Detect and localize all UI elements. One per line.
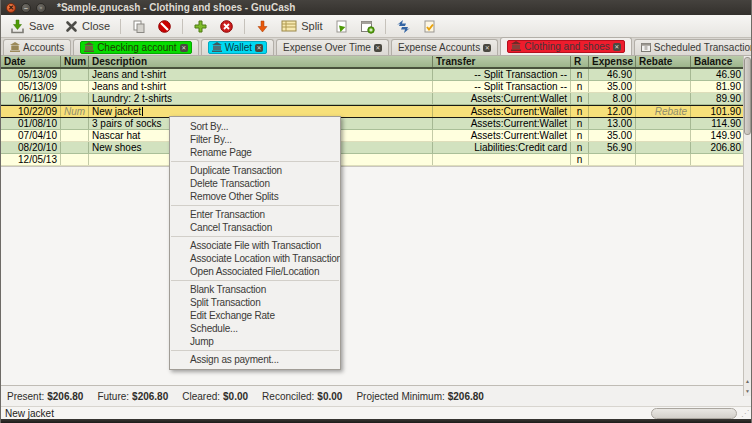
- cell-date[interactable]: 01/08/10: [1, 118, 61, 129]
- enter-button[interactable]: [188, 16, 213, 36]
- menu-item-blank-transaction[interactable]: Blank Transaction: [170, 283, 340, 296]
- menu-item-edit-exchange-rate[interactable]: Edit Exchange Rate: [170, 309, 340, 322]
- cell-num[interactable]: [61, 69, 89, 80]
- cell-balance[interactable]: 101.90: [691, 106, 745, 117]
- resize-grip[interactable]: ⋰: [741, 410, 749, 418]
- cell-date[interactable]: 07/04/10: [1, 130, 61, 141]
- cancel-button[interactable]: [214, 16, 239, 36]
- cell-num[interactable]: [61, 130, 89, 141]
- cell-description[interactable]: Jeans and t-shirt: [89, 69, 433, 80]
- cell-reconciled[interactable]: n: [571, 130, 589, 141]
- cell-rebate[interactable]: [636, 154, 691, 165]
- column-header-num[interactable]: Num: [61, 56, 89, 67]
- cell-balance[interactable]: [691, 154, 745, 165]
- menu-item-rename-page[interactable]: Rename Page: [170, 146, 340, 159]
- cell-expense[interactable]: 12.00: [589, 106, 636, 117]
- transaction-row-selected[interactable]: 10/22/09 Num New jacket Assets:Current:W…: [1, 105, 745, 118]
- cell-rebate[interactable]: [636, 81, 691, 92]
- column-header-r[interactable]: R: [571, 56, 589, 67]
- cell-balance[interactable]: 206.80: [691, 142, 745, 153]
- jump-button[interactable]: [329, 16, 354, 36]
- cell-transfer[interactable]: [433, 154, 571, 165]
- menu-item-jump[interactable]: Jump: [170, 335, 340, 348]
- tab-expense-accounts[interactable]: Expense Accounts ✕: [391, 39, 498, 55]
- tab-close-icon[interactable]: ✕: [613, 43, 621, 51]
- window-close-button[interactable]: ✕: [6, 3, 16, 13]
- blank-transaction-button[interactable]: [250, 16, 275, 36]
- cell-balance[interactable]: 114.90: [691, 118, 745, 129]
- cell-expense[interactable]: 56.90: [589, 142, 636, 153]
- cell-balance[interactable]: 46.90: [691, 69, 745, 80]
- scroll-up-icon[interactable]: ▲: [744, 377, 751, 386]
- tab-wallet[interactable]: Wallet ✕: [201, 39, 274, 55]
- cell-date[interactable]: 12/05/13: [1, 154, 61, 165]
- cell-transfer[interactable]: Assets:Current:Wallet: [433, 118, 571, 129]
- tab-scheduled-transactions[interactable]: Scheduled Transactions ✕: [634, 39, 752, 55]
- scrollbar-thumb[interactable]: [744, 57, 751, 135]
- menu-item-delete-transaction[interactable]: Delete Transaction: [170, 177, 340, 190]
- cell-date[interactable]: 08/20/10: [1, 142, 61, 153]
- transaction-row[interactable]: 08/20/10 New shoes Liabilities:Credit ca…: [1, 142, 745, 154]
- cell-reconciled[interactable]: n: [571, 69, 589, 80]
- cell-num[interactable]: [61, 81, 89, 92]
- menu-item-duplicate-transaction[interactable]: Duplicate Transaction: [170, 164, 340, 177]
- cell-rebate[interactable]: [636, 118, 691, 129]
- cell-num[interactable]: [61, 142, 89, 153]
- cell-date[interactable]: 06/11/09: [1, 93, 61, 104]
- cell-balance[interactable]: 81.90: [691, 81, 745, 92]
- tab-expense-over-time[interactable]: Expense Over Time ✕: [276, 39, 389, 55]
- transaction-row[interactable]: 07/04/10 Nascar hat Assets:Current:Walle…: [1, 130, 745, 142]
- cell-expense[interactable]: 13.00: [589, 118, 636, 129]
- split-button[interactable]: Split: [276, 16, 327, 36]
- transfer-button[interactable]: [391, 16, 416, 36]
- column-header-transfer[interactable]: Transfer: [433, 56, 571, 67]
- transaction-row[interactable]: 01/08/10 3 pairs of socks Assets:Current…: [1, 118, 745, 130]
- menu-item-assign-as-payment[interactable]: Assign as payment...: [170, 353, 340, 366]
- menu-item-sort-by[interactable]: Sort By...: [170, 120, 340, 133]
- tab-close-icon[interactable]: ✕: [180, 44, 188, 52]
- column-header-description[interactable]: Description: [89, 56, 433, 67]
- cell-num-placeholder[interactable]: Num: [61, 106, 89, 117]
- column-header-rebate[interactable]: Rebate: [636, 56, 691, 67]
- window-minimize-button[interactable]: –: [21, 3, 31, 13]
- cell-num[interactable]: [61, 118, 89, 129]
- cell-reconciled[interactable]: n: [571, 93, 589, 104]
- tab-checking-account[interactable]: Checking account ✕: [73, 39, 199, 55]
- cell-transfer[interactable]: Assets:Current:Wallet: [433, 106, 571, 117]
- menu-item-open-associated[interactable]: Open Associated File/Location: [170, 265, 340, 278]
- window-maximize-button[interactable]: ▫: [36, 3, 46, 13]
- menu-item-associate-file[interactable]: Associate File with Transaction: [170, 239, 340, 252]
- cell-expense[interactable]: 8.00: [589, 93, 636, 104]
- menu-item-split-transaction[interactable]: Split Transaction: [170, 296, 340, 309]
- menu-item-filter-by[interactable]: Filter By...: [170, 133, 340, 146]
- cell-expense[interactable]: [589, 154, 636, 165]
- transaction-row[interactable]: 06/11/09 Laundry: 2 t-shirts Assets:Curr…: [1, 93, 745, 105]
- transaction-row[interactable]: 12/05/13 n: [1, 154, 745, 166]
- transaction-row[interactable]: 05/13/09 Jeans and t-shirt -- Split Tran…: [1, 81, 745, 93]
- cell-description[interactable]: Laundry: 2 t-shirts: [89, 93, 433, 104]
- menu-item-remove-other-splits[interactable]: Remove Other Splits: [170, 190, 340, 203]
- cell-expense[interactable]: 46.90: [589, 69, 636, 80]
- menu-item-associate-location[interactable]: Associate Location with Transaction: [170, 252, 340, 265]
- cell-reconciled[interactable]: n: [571, 81, 589, 92]
- cell-reconciled[interactable]: n: [571, 154, 589, 165]
- cell-rebate[interactable]: [636, 93, 691, 104]
- cell-rebate-placeholder[interactable]: Rebate: [636, 106, 691, 117]
- menu-item-cancel-transaction[interactable]: Cancel Transaction: [170, 221, 340, 234]
- cell-date[interactable]: 05/13/09: [1, 69, 61, 80]
- cell-expense[interactable]: 35.00: [589, 81, 636, 92]
- close-button[interactable]: Close: [60, 16, 115, 36]
- column-header-expense[interactable]: Expense: [589, 56, 636, 67]
- delete-button[interactable]: [152, 16, 177, 36]
- vertical-scrollbar[interactable]: ▲ ▼: [743, 56, 751, 396]
- cell-rebate[interactable]: [636, 69, 691, 80]
- tab-accounts[interactable]: Accounts: [3, 39, 71, 55]
- tab-close-icon[interactable]: ✕: [255, 44, 263, 52]
- cell-reconciled[interactable]: n: [571, 142, 589, 153]
- tab-clothing-and-shoes[interactable]: Clothing and shoes ✕: [500, 37, 632, 55]
- cell-transfer[interactable]: -- Split Transaction --: [433, 69, 571, 80]
- cell-expense[interactable]: 35.00: [589, 130, 636, 141]
- cell-date[interactable]: 05/13/09: [1, 81, 61, 92]
- cell-num[interactable]: [61, 154, 89, 165]
- cell-transfer[interactable]: -- Split Transaction --: [433, 81, 571, 92]
